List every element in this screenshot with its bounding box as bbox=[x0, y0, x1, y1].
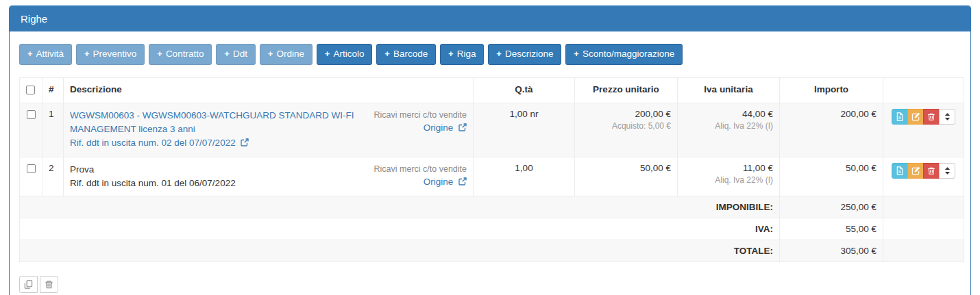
plus-icon: + bbox=[224, 49, 230, 59]
document-icon bbox=[896, 166, 904, 175]
edit-icon bbox=[911, 166, 920, 175]
plus-icon: + bbox=[496, 49, 502, 59]
row-origine-link[interactable]: Origine bbox=[424, 177, 467, 187]
summary-actions-empty bbox=[883, 218, 964, 240]
add-contratto-button[interactable]: +Contratto bbox=[149, 44, 212, 65]
plus-icon: + bbox=[84, 49, 90, 59]
summary-label: IMPONIBILE: bbox=[20, 196, 780, 218]
row-unit-vat: 11,00 € bbox=[684, 163, 773, 173]
summary-row: TOTALE: 305,00 € bbox=[20, 240, 964, 262]
row-description-link[interactable]: WGWSM00603 - WGWSM00603-WATCHGUARD STAND… bbox=[70, 109, 358, 137]
document-button[interactable] bbox=[892, 109, 908, 125]
row-purchase-price: Acquisto: 5,00 € bbox=[581, 121, 671, 131]
external-link-icon bbox=[458, 176, 467, 190]
add-barcode-button[interactable]: +Barcode bbox=[376, 44, 436, 65]
add-preventivo-button[interactable]: +Preventivo bbox=[76, 44, 145, 65]
col-header-num: # bbox=[42, 77, 64, 103]
sort-handle[interactable] bbox=[939, 163, 955, 179]
plus-icon: + bbox=[574, 49, 579, 59]
summary-value: 250,00 € bbox=[780, 196, 883, 218]
trash-icon bbox=[927, 166, 935, 175]
plus-icon: + bbox=[157, 49, 162, 59]
panel-body: +Attività +Preventivo +Contratto +Ddt +O… bbox=[10, 31, 970, 295]
row-description-link: Prova bbox=[70, 163, 236, 177]
add-attivit--button[interactable]: +Attività bbox=[19, 44, 72, 65]
row-checkbox[interactable] bbox=[27, 164, 36, 173]
panel-title: Righe bbox=[21, 13, 47, 25]
col-header-prezzo: Prezzo unitario bbox=[575, 77, 678, 103]
plus-icon: + bbox=[384, 49, 390, 59]
row-account-label: Ricavi merci c/to vendite bbox=[374, 109, 467, 121]
add-descrizione-button[interactable]: +Descrizione bbox=[488, 44, 561, 65]
row-unit-price: 200,00 € bbox=[581, 109, 671, 119]
edit-icon bbox=[911, 112, 920, 121]
add-ddt-button[interactable]: +Ddt bbox=[216, 44, 256, 65]
plus-icon: + bbox=[268, 49, 273, 59]
add-ordine-button[interactable]: +Ordine bbox=[260, 44, 313, 65]
row-ddt-reference: Rif. ddt in uscita num. 01 del 06/07/202… bbox=[70, 177, 236, 190]
document-button[interactable] bbox=[892, 163, 908, 179]
row-unit-vat: 44,00 € bbox=[684, 109, 773, 119]
plus-icon: + bbox=[27, 49, 33, 59]
summary-label: IVA: bbox=[20, 218, 780, 240]
summary-row: IVA: 55,00 € bbox=[20, 218, 964, 240]
summary-label: TOTALE: bbox=[20, 240, 780, 262]
add-articolo-button[interactable]: +Articolo bbox=[317, 44, 373, 65]
plus-icon: + bbox=[325, 49, 330, 59]
sort-icon bbox=[944, 112, 951, 121]
row-checkbox[interactable] bbox=[27, 110, 36, 119]
table-header-row: # Descrizione Q.tà Prezzo unitario Iva u… bbox=[20, 77, 964, 103]
summary-row: IMPONIBILE: 250,00 € bbox=[20, 196, 964, 218]
edit-button[interactable] bbox=[907, 109, 924, 125]
sort-icon bbox=[944, 166, 951, 175]
table-row: 1 WGWSM00603 - WGWSM00603-WATCHGUARD STA… bbox=[20, 103, 964, 157]
summary-value: 305,00 € bbox=[780, 240, 883, 262]
table-row: 2 Prova Rif. ddt in uscita num. 01 del 0… bbox=[20, 157, 964, 196]
row-account-label: Ricavi merci c/to vendite bbox=[374, 163, 467, 175]
summary-value: 55,00 € bbox=[780, 218, 883, 240]
external-link-icon bbox=[458, 122, 467, 136]
row-amount: 200,00 € bbox=[786, 109, 877, 119]
delete-button[interactable] bbox=[923, 109, 940, 125]
trash-icon bbox=[927, 112, 935, 121]
summary-actions-empty bbox=[883, 240, 964, 262]
righe-table: # Descrizione Q.tà Prezzo unitario Iva u… bbox=[19, 77, 964, 262]
select-all-checkbox[interactable] bbox=[26, 86, 35, 94]
col-header-qta: Q.tà bbox=[474, 77, 575, 103]
righe-panel: Righe +Attività +Preventivo +Contratto +… bbox=[9, 5, 971, 295]
col-header-descrizione: Descrizione bbox=[64, 77, 474, 103]
row-vat-rate: Aliq. Iva 22% (I) bbox=[684, 121, 773, 131]
col-header-importo: Importo bbox=[780, 77, 883, 103]
edit-button[interactable] bbox=[907, 163, 924, 179]
footer-toolbar bbox=[19, 276, 961, 293]
external-link-icon bbox=[241, 137, 249, 151]
summary-actions-empty bbox=[883, 196, 964, 218]
row-ddt-reference[interactable]: Rif. ddt in uscita num. 02 del 07/07/202… bbox=[70, 136, 358, 151]
panel-header: Righe bbox=[10, 6, 970, 31]
add-sconto-maggiorazione-button[interactable]: +Sconto/maggiorazione bbox=[565, 44, 683, 65]
col-header-actions bbox=[883, 77, 964, 103]
delete-button[interactable] bbox=[923, 163, 940, 179]
add-buttons-toolbar: +Attività +Preventivo +Contratto +Ddt +O… bbox=[19, 44, 961, 65]
row-quantity: 1,00 bbox=[474, 157, 575, 196]
row-quantity: 1,00 nr bbox=[474, 103, 575, 157]
add-riga-button[interactable]: +Riga bbox=[440, 44, 484, 65]
sort-handle[interactable] bbox=[939, 109, 955, 125]
duplicate-rows-button[interactable] bbox=[19, 276, 38, 293]
row-unit-price: 50,00 € bbox=[581, 163, 671, 173]
row-amount: 50,00 € bbox=[786, 163, 877, 173]
plus-icon: + bbox=[448, 49, 454, 59]
row-origine-link[interactable]: Origine bbox=[424, 123, 467, 133]
row-number: 2 bbox=[42, 157, 64, 196]
row-number: 1 bbox=[42, 103, 64, 157]
row-vat-rate: Aliq. Iva 22% (I) bbox=[684, 175, 773, 185]
delete-rows-button[interactable] bbox=[40, 276, 58, 293]
copy-icon bbox=[24, 280, 33, 289]
trash-icon bbox=[45, 280, 53, 289]
col-header-iva: Iva unitaria bbox=[678, 77, 780, 103]
document-icon bbox=[896, 112, 904, 121]
